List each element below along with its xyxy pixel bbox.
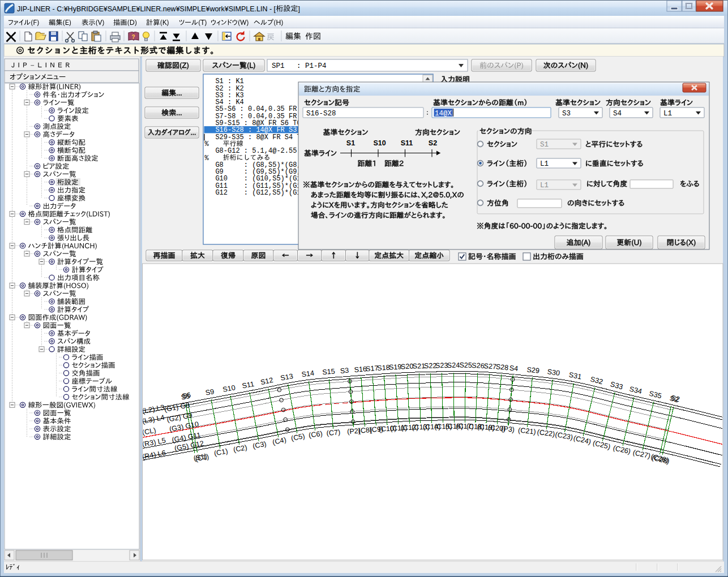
svg-text:S26: S26 (472, 361, 485, 370)
svg-text:]: ] (298, 5, 300, 13)
svg-text:S3: S3 (340, 367, 349, 375)
svg-text:S16-S28: S16-S28 (306, 110, 336, 118)
svg-text:(P2): (P2) (347, 427, 361, 436)
svg-text:L1: L1 (540, 160, 549, 168)
svg-text:S10: S10 (373, 139, 386, 147)
svg-text:S30: S30 (547, 368, 560, 377)
svg-text:(C7): (C7) (326, 428, 341, 437)
svg-text:S24: S24 (447, 361, 460, 369)
svg-text:S1: S1 (346, 139, 355, 147)
svg-text:?: ? (132, 34, 135, 40)
svg-text:S4: S4 (613, 110, 622, 118)
svg-text:S27: S27 (483, 362, 496, 371)
svg-text:S3: S3 (562, 110, 571, 118)
svg-text:: P1-P4: : P1-P4 (297, 62, 327, 70)
svg-text:SP1: SP1 (272, 62, 285, 70)
svg-text:S19: S19 (389, 363, 402, 371)
svg-text:S29: S29 (526, 365, 540, 374)
svg-text:L1: L1 (663, 110, 672, 118)
svg-text:S11: S11 (401, 139, 413, 147)
svg-text:S20: S20 (401, 363, 414, 371)
svg-text:S23: S23 (435, 361, 448, 370)
svg-text:S4: S4 (509, 364, 519, 373)
svg-text:14@X: 14@X (435, 110, 452, 118)
svg-text:S9: S9 (205, 387, 215, 397)
svg-text:(P3): (P3) (501, 425, 515, 434)
svg-text:L1: L1 (540, 182, 549, 190)
svg-text:S14: S14 (301, 369, 315, 379)
svg-text:S2: S2 (429, 139, 437, 147)
svg-text:S25: S25 (459, 361, 472, 369)
svg-text:S6: S6 (182, 391, 192, 401)
svg-text:S18: S18 (377, 364, 390, 372)
svg-text:JIP-LINER - C:¥HyBRIDGE¥SAMPLE: JIP-LINER - C:¥HyBRIDGE¥SAMPLE¥LINER.new… (17, 5, 276, 13)
svg-text:S15: S15 (322, 368, 335, 377)
svg-text:S1: S1 (540, 141, 549, 149)
svg-text:S28: S28 (495, 363, 509, 372)
